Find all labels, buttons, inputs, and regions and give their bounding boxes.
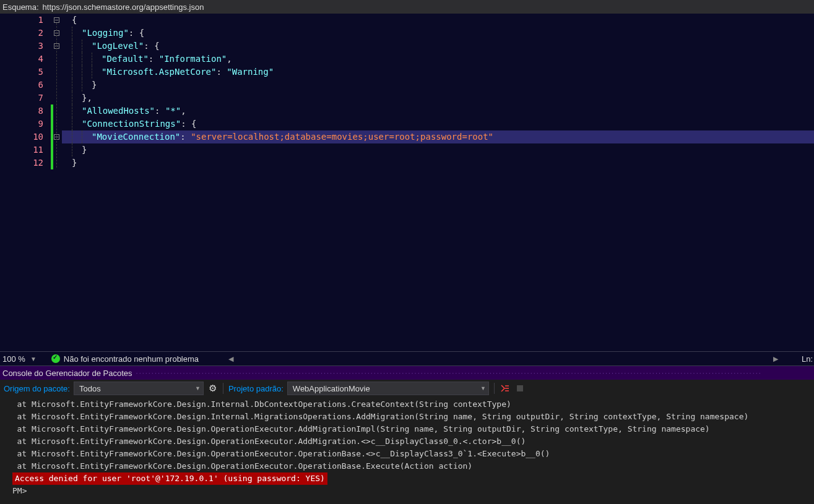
console-line: at Microsoft.EntityFrameworkCore.Design.… xyxy=(0,423,814,435)
fold-guide-line xyxy=(56,23,57,168)
separator xyxy=(223,383,223,394)
line-number: 12 xyxy=(0,156,43,169)
panel-title: Console do Gerenciador de Pacotes xyxy=(2,369,132,378)
default-project-dropdown[interactable]: WebApplicationMovie ▼ xyxy=(287,382,489,395)
console-error-line: Access denied for user 'root'@'172.19.0.… xyxy=(12,472,327,485)
code-area[interactable]: { "Logging": { "LogLevel": { "Default": … xyxy=(62,14,814,351)
clear-console-icon[interactable] xyxy=(500,383,511,394)
console-line: at Microsoft.EntityFrameworkCore.Design.… xyxy=(0,398,814,411)
console-line: at Microsoft.EntityFrameworkCore.Design.… xyxy=(0,460,814,472)
line-number: 10 xyxy=(0,130,43,143)
code-editor[interactable]: 1 2 3 4 5 6 7 8 9 10 11 12 { "Logging": … xyxy=(0,14,814,351)
line-number: 3 xyxy=(0,40,43,53)
code-line[interactable]: { xyxy=(62,14,814,27)
code-line[interactable]: "ConnectionStrings": { xyxy=(62,117,814,130)
line-number: 7 xyxy=(0,92,43,105)
line-number: 9 xyxy=(0,117,43,130)
previous-issue-icon[interactable]: ◀ xyxy=(223,355,238,363)
schema-url-input[interactable]: https://json.schemastore.org/appsettings… xyxy=(43,2,814,12)
separator xyxy=(494,383,495,394)
fold-column xyxy=(53,14,62,351)
line-number: 4 xyxy=(0,53,43,66)
code-line[interactable]: } xyxy=(62,156,814,169)
code-line[interactable]: "Microsoft.AspNetCore": "Warning" xyxy=(62,66,814,79)
line-number: 6 xyxy=(0,79,43,92)
line-indicator-label: Ln: xyxy=(802,354,814,364)
console-line: at Microsoft.EntityFrameworkCore.Design.… xyxy=(0,448,814,460)
chevron-down-icon: ▼ xyxy=(30,356,37,362)
line-number: 8 xyxy=(0,105,43,117)
editor-status-bar: 100 % ▼ Não foi encontrado nenhum proble… xyxy=(0,351,814,366)
check-circle-icon xyxy=(51,354,60,363)
code-line[interactable]: "MovieConnection": "server=localhost;dat… xyxy=(62,130,814,143)
package-source-dropdown[interactable]: Todos ▼ xyxy=(74,382,204,395)
zoom-selector[interactable]: 100 % ▼ xyxy=(0,354,39,364)
package-source-label: Origem do pacote: xyxy=(4,384,70,393)
line-number: 2 xyxy=(0,27,43,40)
console-line: at Microsoft.EntityFrameworkCore.Design.… xyxy=(0,435,814,448)
fold-toggle-icon[interactable] xyxy=(54,17,59,23)
line-number-gutter: 1 2 3 4 5 6 7 8 9 10 11 12 xyxy=(0,14,50,351)
console-prompt[interactable]: PM> xyxy=(0,485,814,497)
status-message: Não foi encontrado nenhum problema xyxy=(64,354,199,364)
svg-rect-0 xyxy=(517,385,523,391)
package-console-toolbar: Origem do pacote: Todos ▼ ⚙ Projeto padr… xyxy=(0,380,814,397)
code-line[interactable]: } xyxy=(62,143,814,156)
code-line[interactable]: "AllowedHosts": "*", xyxy=(62,105,814,117)
code-line[interactable]: }, xyxy=(62,92,814,105)
default-project-value: WebApplicationMovie xyxy=(293,384,370,393)
next-issue-icon[interactable]: ▶ xyxy=(768,355,783,363)
stop-icon[interactable] xyxy=(514,383,526,394)
panel-grip-decoration: ∙∙∙∙∙∙∙∙∙∙∙∙∙∙∙∙∙∙∙∙∙∙∙∙∙∙∙∙∙∙∙∙∙∙∙∙∙∙∙∙… xyxy=(132,369,814,377)
gear-icon[interactable]: ⚙ xyxy=(207,383,218,394)
code-line[interactable]: "LogLevel": { xyxy=(62,40,814,53)
schema-bar: Esquema: https://json.schemastore.org/ap… xyxy=(0,0,814,14)
panel-title-bar: Console do Gerenciador de Pacotes ∙∙∙∙∙∙… xyxy=(0,366,814,380)
chevron-down-icon: ▼ xyxy=(480,385,486,391)
code-line[interactable]: "Default": "Information", xyxy=(62,53,814,66)
package-source-value: Todos xyxy=(79,384,101,393)
console-output[interactable]: at Microsoft.EntityFrameworkCore.Design.… xyxy=(0,397,814,504)
console-line: at Microsoft.EntityFrameworkCore.Design.… xyxy=(0,411,814,423)
line-number: 1 xyxy=(0,14,43,27)
default-project-label: Projeto padrão: xyxy=(228,384,284,393)
code-line[interactable]: } xyxy=(62,79,814,92)
line-number: 5 xyxy=(0,66,43,79)
zoom-value: 100 % xyxy=(2,354,25,364)
line-number: 11 xyxy=(0,143,43,156)
chevron-down-icon: ▼ xyxy=(195,385,201,391)
code-line[interactable]: "Logging": { xyxy=(62,27,814,40)
schema-label: Esquema: xyxy=(0,2,43,12)
